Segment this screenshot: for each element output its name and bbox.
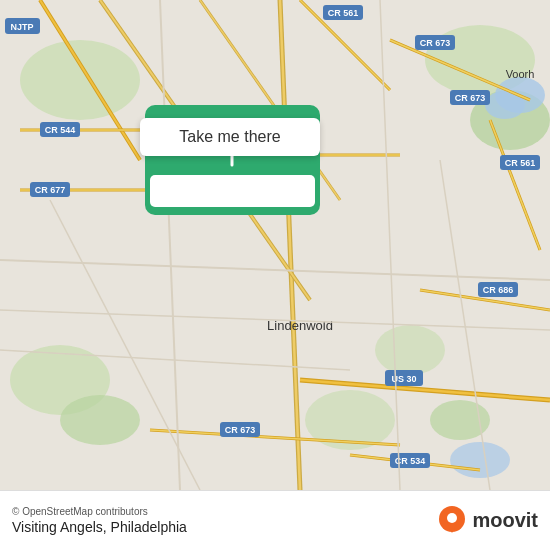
svg-text:CR 561: CR 561	[505, 158, 536, 168]
svg-text:CR 673: CR 673	[420, 38, 451, 48]
bottom-bar: © OpenStreetMap contributors Visiting An…	[0, 490, 550, 550]
svg-text:NJTP: NJTP	[10, 22, 33, 32]
svg-rect-79	[150, 175, 315, 207]
svg-text:CR 673: CR 673	[225, 425, 256, 435]
svg-point-1	[20, 40, 140, 120]
svg-text:CR 677: CR 677	[35, 185, 66, 195]
svg-text:CR 544: CR 544	[45, 125, 76, 135]
svg-point-6	[375, 325, 445, 375]
svg-text:CR 561: CR 561	[328, 8, 359, 18]
osm-credit: © OpenStreetMap contributors	[12, 506, 187, 517]
moovit-text: moovit	[472, 509, 538, 532]
take-me-there-overlay[interactable]: Take me there	[140, 120, 320, 156]
svg-point-5	[60, 395, 140, 445]
svg-text:Voorh: Voorh	[506, 68, 535, 80]
svg-text:CR 673: CR 673	[455, 93, 486, 103]
moovit-icon	[436, 505, 468, 537]
location-name: Visiting Angels, Philadelphia	[12, 519, 187, 535]
svg-text:CR 686: CR 686	[483, 285, 514, 295]
svg-point-11	[450, 442, 510, 478]
take-me-there-button[interactable]: Take me there	[140, 118, 320, 156]
bottom-left-info: © OpenStreetMap contributors Visiting An…	[12, 506, 187, 535]
moovit-logo: moovit	[436, 505, 538, 537]
map-container: NJTP CR 544 CR 677 CR 677 CR 678 CR 561 …	[0, 0, 550, 490]
svg-point-81	[447, 513, 457, 523]
